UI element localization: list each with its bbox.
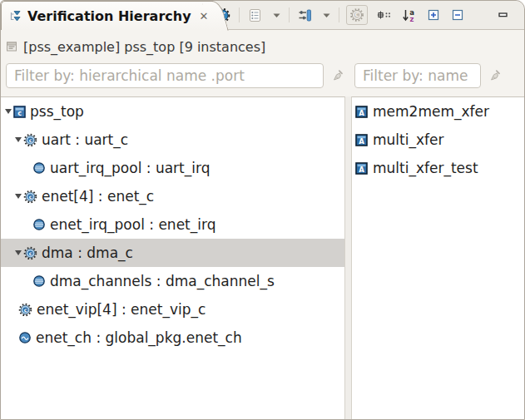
list-filter-input[interactable] [354,63,481,88]
split-content: cpss_topcuart : uart_cuart_irq_pool : ua… [1,96,524,419]
expand-all-button[interactable] [425,7,442,23]
svg-text:A: A [359,137,364,146]
hierarchy-root-header: [pss_example] pss_top [9 instances] [1,30,524,63]
view-filters-button[interactable] [296,7,314,24]
tree-row[interactable]: uart_irq_pool : uart_irq [1,154,344,182]
tree-filter-input[interactable] [6,63,324,88]
ports-icon [377,9,391,21]
verification-hierarchy-view: Verification Hierarchy ✕ TCaz [pss_examp… [0,0,525,420]
module-icon [6,41,17,52]
tree-filter-group [1,63,344,88]
tree-row[interactable]: cuart : uart_c [1,126,344,154]
tree-row[interactable]: enet_irq_pool : enet_irq [1,210,344,239]
component-mode-toggle: C [346,5,368,25]
tree-item-label: uart : uart_c [42,131,128,148]
pool-icon [32,218,46,231]
expander-arrow-icon[interactable] [2,97,13,126]
tree-item-label: enet_vip[4] : enet_vip_c [37,301,206,318]
action-icon: A [355,134,368,146]
toolbar-group [296,7,332,24]
show-ports-button[interactable] [375,7,393,22]
toolbar-separator [289,7,290,22]
sort-alphabetical-button[interactable]: az [400,7,418,24]
actions-list-panel: Amem2mem_xferAmulti_xferAmulti_xfer_test [351,96,524,419]
clear-tree-filter-button[interactable] [331,69,344,82]
tree-item-label: dma_channels : dma_channel_s [50,273,275,289]
collapse-all-icon [451,8,464,22]
list-filter-group [344,63,524,88]
tree-item-label: uart_irq_pool : uart_irq [50,160,210,176]
list-item[interactable]: Amem2mem_xfer [352,97,524,126]
tree-item-label: enet[4] : enet_c [42,188,154,205]
svg-text:z: z [410,15,414,22]
list-item-label: multi_xfer_test [373,160,478,176]
expander-arrow-icon[interactable] [12,126,23,154]
gear-c-icon: c [23,190,37,204]
tab-title: Verification Hierarchy [27,8,191,24]
tree-row[interactable]: dma_channels : dma_channel_s [1,267,344,295]
tree-row[interactable]: enet_ch : global_pkg.enet_ch [1,324,344,352]
toolbar-group [246,7,282,24]
channel-icon [18,331,32,344]
expander-arrow-icon[interactable] [12,239,23,267]
view-tab-strip: Verification Hierarchy ✕ TCaz [1,1,524,30]
svg-text:A: A [359,166,364,174]
tree-row[interactable]: cdma : dma_c [1,239,344,267]
minimize-icon [498,10,509,20]
minimize-view-button[interactable] [496,8,511,22]
broom-icon [488,69,502,82]
expander-arrow-icon[interactable] [12,182,23,210]
action-icon: A [355,106,368,118]
expand-all-icon [427,8,440,22]
svg-text:c: c [17,110,22,117]
toolbar-separator [239,7,240,22]
gear-c-icon: c [23,133,37,147]
tree-row[interactable]: cenet_vip[4] : enet_vip_c [1,295,344,324]
root-label: [pss_example] pss_top [9 instances] [23,39,265,55]
svg-text:c: c [24,306,27,312]
outline-view-button[interactable] [246,7,264,24]
list-item[interactable]: Amulti_xfer_test [352,154,524,182]
svg-text:c: c [29,193,32,199]
list-item-label: mem2mem_xfer [373,103,489,120]
tree-row[interactable]: cpss_top [1,97,344,126]
tree-item-label: enet_irq_pool : enet_irq [50,216,215,233]
view-filters-menu-button[interactable] [321,11,332,20]
broom-icon [331,69,344,82]
tree-item-label: dma : dma_c [42,245,133,261]
pool-icon [32,161,46,175]
clear-list-filter-button[interactable] [488,69,502,82]
list-item-label: multi_xfer [373,131,443,148]
component-icon: c [13,106,26,118]
dropdown-arrow-icon [323,12,330,18]
checklist-icon [248,8,262,22]
gear-c-icon: c [23,246,37,260]
tree-item-label: pss_top [30,103,84,120]
filter-row [1,63,524,96]
hierarchy-icon [8,9,22,23]
gear-c-disabled-icon: C [349,7,364,22]
svg-text:c: c [29,250,32,255]
toolbar-group: Caz [346,5,466,25]
dropdown-arrow-icon [273,12,280,18]
svg-text:c: c [29,136,32,142]
tree-row[interactable]: cenet[4] : enet_c [1,182,344,210]
toolbar-separator [339,7,339,22]
window-buttons [496,1,525,29]
action-icon: A [355,162,368,175]
close-icon[interactable]: ✕ [200,10,209,22]
tab-verification-hierarchy[interactable]: Verification Hierarchy ✕ [1,1,213,30]
list-item[interactable]: Amulti_xfer [352,126,524,154]
sliders-icon [298,8,312,22]
gear-c-icon: c [18,303,32,317]
svg-text:C: C [355,12,359,18]
tree-item-label: enet_ch : global_pkg.enet_ch [36,329,242,346]
hierarchy-tree-panel: cpss_topcuart : uart_cuart_irq_pool : ua… [1,96,345,419]
collapse-all-button[interactable] [449,7,466,23]
splitter-sash[interactable] [345,96,351,419]
sort-az-icon: az [402,8,416,22]
svg-text:A: A [359,109,364,117]
pool-icon [32,274,46,288]
view-toolbar: TCaz [213,1,476,29]
outline-menu-button[interactable] [271,11,282,20]
